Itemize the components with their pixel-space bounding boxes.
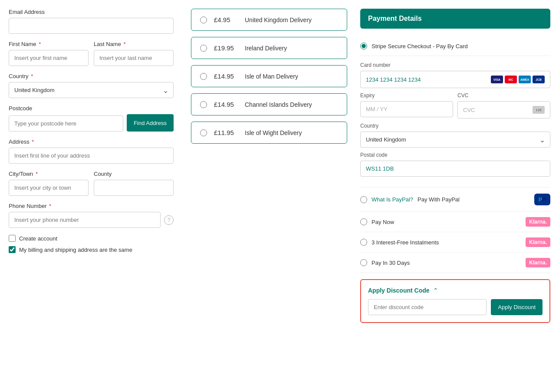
delivery-option-3[interactable]: £14.95 Isle of Man Delivery [191,65,347,87]
klarna-pay-now-badge: Klarna. [526,217,550,227]
postal-code-group: Postal code WS11 1DB [360,152,550,177]
klarna-pay30-label: Pay In 30 Days [372,260,521,266]
firstname-input[interactable] [9,50,89,66]
klarna-pay30-radio[interactable] [360,259,367,266]
delivery-radio-1[interactable] [200,16,207,23]
klarna-pay-now-row[interactable]: Pay Now Klarna. [360,212,550,232]
billing-same-checkbox[interactable] [9,246,16,253]
cvc-hint-icon: 135 [533,106,545,114]
klarna-instalments-badge: Klarna. [526,237,550,247]
discount-section: Apply Discount Code ⌃ Apply Discount [360,279,550,323]
discount-code-input[interactable] [368,299,487,315]
cvc-placeholder: CVC [463,107,475,113]
country-select-wrapper: United Kingdom Ireland Isle of Man Chann… [9,82,174,98]
billing-same-label[interactable]: My billing and shipping address are the … [19,247,132,253]
country-label: Country * [9,73,174,79]
discount-chevron-up-icon: ⌃ [433,287,438,294]
postcode-group: Postcode Find Address [9,105,174,132]
address-input[interactable] [9,148,174,164]
paypal-radio[interactable] [360,196,367,203]
phone-group: Phone Number * ? [9,203,174,228]
delivery-radio-3[interactable] [200,73,207,80]
visa-icon: VISA [491,76,503,83]
expiry-placeholder: MM / YY [366,106,388,112]
address-label: Address * [9,138,174,145]
klarna-instalments-row[interactable]: 3 Interest-Free Instalments Klarna. [360,232,550,253]
firstname-group: First Name * [9,41,89,66]
lastname-input[interactable] [94,50,174,66]
postal-label: Postal code [360,152,550,158]
klarna-pay-now-radio[interactable] [360,218,367,225]
cvc-input[interactable]: CVC 135 [457,101,550,119]
paypal-row[interactable]: What Is PayPal? Pay With PayPal PP [360,188,550,212]
postcode-label: Postcode [9,105,174,112]
delivery-radio-4[interactable] [200,101,207,108]
discount-input-row: Apply Discount [368,299,543,315]
klarna-pay30-badge: Klarna. [526,258,550,267]
discount-header[interactable]: Apply Discount Code ⌃ [368,287,543,294]
apply-discount-button[interactable]: Apply Discount [491,299,543,315]
lastname-group: Last Name * [94,41,174,66]
payment-country-group: Country United Kingdom Ireland ⌄ [360,123,550,148]
email-label: Email Address [9,9,174,15]
card-section: Card number 1234 1234 1234 1234 VISA MC … [360,56,550,188]
payment-country-label: Country [360,123,550,129]
card-number-input[interactable]: 1234 1234 1234 1234 VISA MC AMEX JCB [360,71,550,88]
delivery-option-1[interactable]: £4.95 United Kingdom Delivery [191,9,347,31]
expiry-cvc-row: Expiry MM / YY CVC CVC 135 [360,92,550,119]
help-icon[interactable]: ? [164,215,174,225]
delivery-options: £4.95 United Kingdom Delivery £19.95 Ire… [182,9,356,383]
postal-value[interactable]: WS11 1DB [360,161,550,177]
payment-country-select-wrapper: United Kingdom Ireland ⌄ [360,132,550,148]
jcb-icon: JCB [533,76,545,83]
county-group: County [94,171,174,196]
expiry-label: Expiry [360,92,453,99]
delivery-price-4: £14.95 [214,101,238,108]
billing-same-row: My billing and shipping address are the … [9,246,174,253]
delivery-radio-2[interactable] [200,45,207,52]
cvc-label: CVC [457,92,550,99]
delivery-option-2[interactable]: £19.95 Ireland Delivery [191,37,347,59]
klarna-pay30-row[interactable]: Pay In 30 Days Klarna. [360,253,550,273]
expiry-group: Expiry MM / YY [360,92,453,119]
city-label: City/Town * [9,171,89,177]
paypal-link[interactable]: What Is PayPal? [372,196,413,203]
klarna-pay-now-label: Pay Now [372,219,521,225]
phone-row: ? [9,212,174,228]
cvc-group: CVC CVC 135 [457,92,550,119]
paypal-text: Pay With PayPal [418,196,530,203]
delivery-price-1: £4.95 [214,16,238,23]
stripe-radio[interactable] [360,43,367,49]
delivery-option-4[interactable]: £14.95 Channel Islands Delivery [191,93,347,115]
postcode-input[interactable] [9,115,123,132]
amex-icon: AMEX [519,76,531,83]
stripe-row[interactable]: Stripe Secure Checkout - Pay By Card [360,36,550,56]
country-group: Country * United Kingdom Ireland Isle of… [9,73,174,98]
create-account-checkbox[interactable] [9,235,16,242]
delivery-radio-5[interactable] [200,129,207,136]
stripe-label: Stripe Secure Checkout - Pay By Card [372,43,550,49]
card-number-value: 1234 1234 1234 1234 [366,76,421,83]
delivery-name-3: Isle of Man Delivery [245,73,298,80]
phone-input[interactable] [9,212,161,228]
delivery-option-5[interactable]: £11.95 Isle of Wight Delivery [191,122,347,144]
delivery-price-5: £11.95 [214,129,238,136]
klarna-instalments-radio[interactable] [360,239,367,246]
delivery-name-1: United Kingdom Delivery [245,16,312,23]
mastercard-icon: MC [505,76,517,83]
expiry-input[interactable]: MM / YY [360,101,453,117]
delivery-price-2: £19.95 [214,44,238,52]
klarna-instalments-label: 3 Interest-Free Instalments [372,239,521,246]
delivery-name-2: Ireland Delivery [245,45,287,52]
county-label: County [94,171,174,177]
find-address-button[interactable]: Find Address [127,114,174,132]
card-icons: VISA MC AMEX JCB [491,76,545,83]
city-input[interactable] [9,180,89,196]
country-select[interactable]: United Kingdom Ireland Isle of Man Chann… [9,82,174,98]
firstname-label: First Name * [9,41,89,47]
email-input[interactable] [9,18,174,34]
payment-country-select[interactable]: United Kingdom Ireland [360,132,550,148]
email-group: Email Address [9,9,174,34]
county-input[interactable] [94,180,174,196]
create-account-label[interactable]: Create account [19,235,57,242]
